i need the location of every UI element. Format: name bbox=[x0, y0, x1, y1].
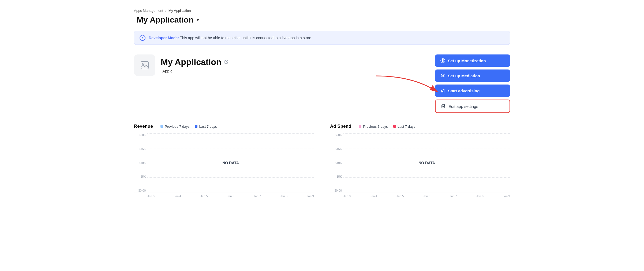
revenue-y1: $15K bbox=[134, 147, 147, 151]
revenue-x3: Jan 6 bbox=[227, 195, 234, 198]
app-name-row: My Application bbox=[161, 57, 229, 67]
ad-spend-chart-title: Ad Spend bbox=[330, 124, 351, 129]
revenue-chart-header: Revenue Previous 7 days Last 7 days bbox=[134, 124, 314, 129]
adspend-x0: Jan 3 bbox=[343, 195, 351, 198]
app-icon-box bbox=[134, 54, 155, 76]
dev-mode-text: Developer Mode: This app will not be abl… bbox=[149, 36, 312, 40]
adspend-x5: Jan 8 bbox=[476, 195, 484, 198]
developer-mode-banner: ! Developer Mode: This app will not be a… bbox=[134, 31, 510, 45]
adspend-y-labels: $20K $15K $10K $5K $0.00 bbox=[330, 133, 343, 192]
ad-spend-chart-header: Ad Spend Previous 7 days Last 7 days bbox=[330, 124, 510, 129]
revenue-chart-plot: NO DATA bbox=[147, 133, 314, 192]
dev-mode-message: This app will not be able to monetize un… bbox=[180, 36, 312, 40]
revenue-y0: $20K bbox=[134, 133, 147, 137]
revenue-chart-title: Revenue bbox=[134, 124, 153, 129]
revenue-prev-label: Previous 7 days bbox=[165, 124, 190, 129]
revenue-x5: Jan 8 bbox=[280, 195, 287, 198]
action-buttons: Set up Monetization Set up Mediation Sta… bbox=[435, 54, 510, 113]
app-platform-row: Apple bbox=[161, 69, 229, 73]
revenue-last-dot bbox=[195, 125, 197, 128]
svg-point-1 bbox=[143, 63, 144, 65]
revenue-x2: Jan 5 bbox=[200, 195, 208, 198]
svg-rect-0 bbox=[141, 61, 148, 69]
start-advertising-button[interactable]: Start advertising bbox=[435, 85, 510, 97]
adspend-x3: Jan 6 bbox=[423, 195, 430, 198]
megaphone-icon bbox=[440, 88, 445, 93]
revenue-y4: $0.00 bbox=[134, 189, 147, 192]
app-platform: Apple bbox=[162, 69, 173, 73]
revenue-last-label: Last 7 days bbox=[199, 124, 217, 129]
adspend-y0: $20K bbox=[330, 133, 343, 137]
app-info: My Application Apple bbox=[134, 54, 229, 76]
adspend-y4: $0.00 bbox=[330, 189, 343, 192]
app-icon-placeholder bbox=[140, 60, 149, 70]
grid-line-0 bbox=[147, 133, 314, 134]
dollar-icon bbox=[440, 58, 445, 63]
revenue-x4: Jan 7 bbox=[254, 195, 261, 198]
adspend-grid-3 bbox=[343, 177, 510, 178]
adspend-legend-last: Last 7 days bbox=[393, 124, 415, 129]
adspend-y1: $15K bbox=[330, 147, 343, 151]
adspend-prev-label: Previous 7 days bbox=[363, 124, 388, 129]
revenue-prev-dot bbox=[160, 125, 163, 128]
ad-spend-chart-area: $20K $15K $10K $5K $0.00 NO DATA bbox=[330, 133, 510, 192]
dev-mode-bold: Developer Mode: bbox=[149, 36, 179, 40]
edit-app-settings-button[interactable]: Edit app settings bbox=[435, 100, 510, 113]
app-name-block: My Application Apple bbox=[161, 57, 229, 73]
setup-mediation-button[interactable]: Set up Mediation bbox=[435, 69, 510, 82]
ad-spend-chart: Ad Spend Previous 7 days Last 7 days $20… bbox=[330, 124, 510, 198]
arrow-annotation bbox=[360, 71, 446, 103]
app-name: My Application bbox=[161, 57, 221, 67]
breadcrumb: Apps Management / My Application bbox=[134, 9, 510, 13]
adspend-x-labels: Jan 3 Jan 4 Jan 5 Jan 6 Jan 7 Jan 8 Jan … bbox=[330, 192, 510, 198]
external-link-icon[interactable] bbox=[224, 59, 229, 65]
app-header-section: My Application Apple bbox=[134, 54, 510, 113]
adspend-grid-0 bbox=[343, 133, 510, 134]
revenue-chart: Revenue Previous 7 days Last 7 days $20K… bbox=[134, 124, 314, 198]
setup-monetization-button[interactable]: Set up Monetization bbox=[435, 54, 510, 67]
layers-icon bbox=[440, 73, 445, 78]
adspend-x6: Jan 9 bbox=[503, 195, 510, 198]
revenue-y3: $5K bbox=[134, 175, 147, 178]
revenue-no-data: NO DATA bbox=[222, 161, 239, 165]
revenue-x-labels: Jan 3 Jan 4 Jan 5 Jan 6 Jan 7 Jan 8 Jan … bbox=[134, 192, 314, 198]
adspend-chart-plot: NO DATA bbox=[343, 133, 510, 192]
page-title-row: My Application ▾ bbox=[134, 15, 510, 24]
page-title-chevron[interactable]: ▾ bbox=[197, 17, 199, 23]
adspend-x4: Jan 7 bbox=[450, 195, 457, 198]
charts-section: Revenue Previous 7 days Last 7 days $20K… bbox=[134, 124, 510, 198]
revenue-legend-prev: Previous 7 days bbox=[160, 124, 190, 129]
revenue-x0: Jan 3 bbox=[147, 195, 155, 198]
revenue-x6: Jan 9 bbox=[307, 195, 314, 198]
grid-line-4 bbox=[147, 192, 314, 192]
adspend-x2: Jan 5 bbox=[396, 195, 404, 198]
adspend-grid-4 bbox=[343, 192, 510, 192]
adspend-prev-dot bbox=[359, 125, 361, 128]
revenue-y2: $10K bbox=[134, 161, 147, 164]
breadcrumb-separator: / bbox=[165, 9, 166, 13]
action-area: Set up Monetization Set up Mediation Sta… bbox=[435, 54, 510, 113]
revenue-chart-area: $20K $15K $10K $5K $0.00 NO DATA bbox=[134, 133, 314, 192]
page-title: My Application bbox=[137, 15, 193, 24]
edit-icon bbox=[441, 104, 446, 109]
grid-line-3 bbox=[147, 177, 314, 178]
revenue-y-labels: $20K $15K $10K $5K $0.00 bbox=[134, 133, 147, 192]
adspend-y2: $10K bbox=[330, 161, 343, 164]
adspend-legend-prev: Previous 7 days bbox=[359, 124, 388, 129]
revenue-legend-last: Last 7 days bbox=[195, 124, 217, 129]
adspend-no-data: NO DATA bbox=[418, 161, 435, 165]
adspend-y3: $5K bbox=[330, 175, 343, 178]
breadcrumb-current: My Application bbox=[169, 9, 191, 13]
adspend-x1: Jan 4 bbox=[370, 195, 377, 198]
breadcrumb-parent[interactable]: Apps Management bbox=[134, 9, 163, 13]
revenue-x1: Jan 4 bbox=[174, 195, 181, 198]
adspend-last-dot bbox=[393, 125, 396, 128]
grid-line-1 bbox=[147, 148, 314, 148]
dev-mode-icon: ! bbox=[140, 35, 145, 41]
adspend-grid-1 bbox=[343, 148, 510, 148]
adspend-last-label: Last 7 days bbox=[398, 124, 415, 129]
